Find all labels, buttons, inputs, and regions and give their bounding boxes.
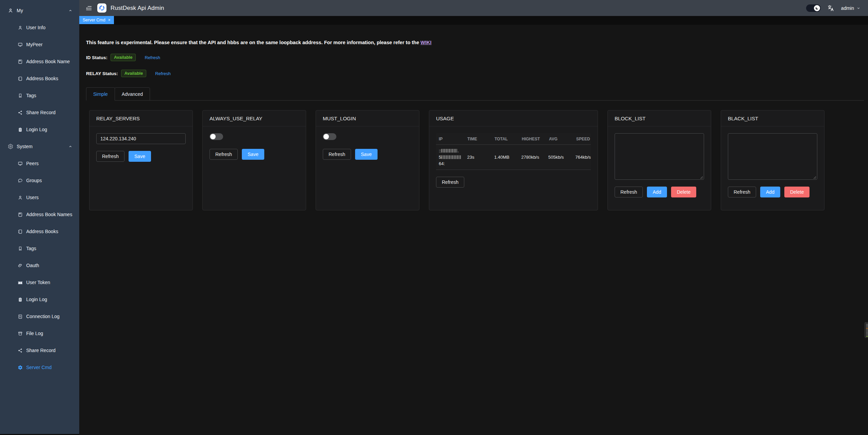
sidebar-item-groups[interactable]: Groups [0,172,79,189]
chevron-up-icon [68,8,72,13]
card-title: RELAY_SERVERS [89,110,193,126]
share-icon [18,348,23,353]
wiki-link[interactable]: WIKI [420,40,431,45]
usage-time-cell: 23s [464,155,491,160]
sidebar-item-address-books-system[interactable]: Address Books [0,223,79,240]
always-use-relay-toggle[interactable] [210,133,223,140]
black-list-delete-button[interactable]: Delete [784,187,809,197]
tab-simple[interactable]: Simple [86,87,115,101]
sidebar-section-my[interactable]: My [0,0,79,19]
book-icon [18,59,23,64]
notebook-icon [18,76,23,81]
must-login-save-button[interactable]: Save [355,149,378,160]
mode-tabs: Simple Advanced [86,87,864,101]
card-always-use-relay: ALWAYS_USE_RELAY Refresh Save [202,110,306,210]
sidebar-item-tags-system[interactable]: Tags [0,240,79,257]
always-use-relay-save-button[interactable]: Save [242,149,264,160]
sidebar-item-tags[interactable]: Tags [0,87,79,104]
route-tab-server-cmd[interactable]: Server Cmd × [79,16,114,24]
relay-servers-refresh-button[interactable]: Refresh [96,151,124,162]
ticket-icon [18,280,23,285]
usage-highest-cell: 2780kb/s [518,155,546,160]
card-title: BLOCK_LIST [608,110,711,126]
user-icon [18,25,23,30]
usage-avg-cell: 505kb/s [546,155,573,160]
id-status-refresh-link[interactable]: Refresh [145,55,160,60]
block-list-textarea[interactable] [615,133,704,180]
tab-advanced[interactable]: Advanced [115,87,150,101]
sidebar-item-user-info[interactable]: User Info [0,19,79,36]
usage-table: IP TIME TOTAL HIGHEST AVG SPEED ::. 5 64… [436,133,591,170]
close-icon[interactable]: × [108,18,111,22]
sidebar-section-label: System [17,144,33,149]
black-list-textarea[interactable] [728,133,817,180]
col-total: TOTAL [492,137,519,141]
dark-mode-toggle[interactable] [806,4,821,12]
notebook-icon [18,229,23,234]
card-black-list: BLACK_LIST Refresh Add Delete [721,110,824,210]
block-list-delete-button[interactable]: Delete [671,187,696,197]
id-status-badge: Available [111,54,136,61]
sidebar-item-login-log-my[interactable]: Login Log [0,121,79,138]
card-relay-servers: RELAY_SERVERS Refresh Save [89,110,193,210]
usage-ip-cell: ::. 5 64: [436,147,464,167]
archive-icon [18,331,23,336]
sidebar-section-system[interactable]: System [0,138,79,155]
topbar: RustDesk Api Admin admin [79,0,868,16]
route-tab-strip: Server Cmd × [79,16,868,25]
relay-status-refresh-link[interactable]: Refresh [155,71,171,76]
monitor-icon [18,161,23,166]
translate-icon[interactable] [827,4,835,12]
clipboard-icon [18,127,23,132]
must-login-refresh-button[interactable]: Refresh [323,149,351,160]
monitor-icon [18,42,23,47]
card-must-login: MUST_LOGIN Refresh Save [316,110,419,210]
sidebar-item-address-books[interactable]: Address Books [0,70,79,87]
usage-total-cell: 1.40MB [491,155,519,160]
redacted-ip-segment [441,155,461,159]
menu-fold-icon[interactable] [85,5,92,12]
col-ip: IP [436,137,465,141]
main-content: This feature is experimental. Please ens… [79,25,868,435]
relay-servers-save-button[interactable]: Save [129,151,151,162]
id-status-label: ID Status: [86,55,107,60]
block-list-add-button[interactable]: Add [647,187,667,197]
card-title: ALWAYS_USE_RELAY [203,110,306,126]
bookmark-icon [18,93,23,98]
user-icon [8,8,13,13]
black-list-add-button[interactable]: Add [760,187,780,197]
experimental-notice: This feature is experimental. Please ens… [86,40,864,45]
sidebar-item-peers[interactable]: Peers [0,155,79,172]
col-speed: SPEED [573,137,591,141]
usage-refresh-button[interactable]: Refresh [436,177,464,188]
cards-row: RELAY_SERVERS Refresh Save ALWAYS_USE_RE… [86,110,864,210]
chevron-up-icon [68,144,72,149]
sidebar-item-users[interactable]: Users [0,189,79,206]
sidebar-item-mypeer[interactable]: MyPeer [0,36,79,53]
sidebar: My User Info MyPeer Address Book Name Ad… [0,0,79,434]
always-use-relay-refresh-button[interactable]: Refresh [210,149,238,160]
must-login-toggle[interactable] [323,133,336,140]
sidebar-item-login-log-system[interactable]: Login Log [0,291,79,308]
black-list-refresh-button[interactable]: Refresh [728,187,756,197]
route-tab-label: Server Cmd [83,18,105,22]
relay-servers-input[interactable] [96,133,186,144]
block-list-refresh-button[interactable]: Refresh [615,187,643,197]
chat-icon [18,178,23,183]
clipped-floating-widget[interactable] [865,322,868,338]
sidebar-item-share-record[interactable]: Share Record [0,104,79,121]
card-title: MUST_LOGIN [316,110,419,126]
user-menu[interactable]: admin [841,5,861,11]
sidebar-item-oauth[interactable]: Oauth [0,257,79,274]
moon-icon [814,5,820,11]
gear-icon [18,365,23,370]
sidebar-item-address-book-names[interactable]: Address Book Names [0,206,79,223]
sidebar-item-server-cmd[interactable]: Server Cmd [0,359,79,376]
sidebar-item-share-record-system[interactable]: Share Record [0,342,79,359]
user-menu-label: admin [841,5,854,11]
sidebar-item-user-token[interactable]: User Token [0,274,79,291]
sidebar-item-address-book-name[interactable]: Address Book Name [0,53,79,70]
sidebar-item-connection-log[interactable]: Connection Log [0,308,79,325]
sidebar-item-file-log[interactable]: File Log [0,325,79,342]
card-usage: USAGE IP TIME TOTAL HIGHEST AVG SPEED ::… [429,110,598,210]
